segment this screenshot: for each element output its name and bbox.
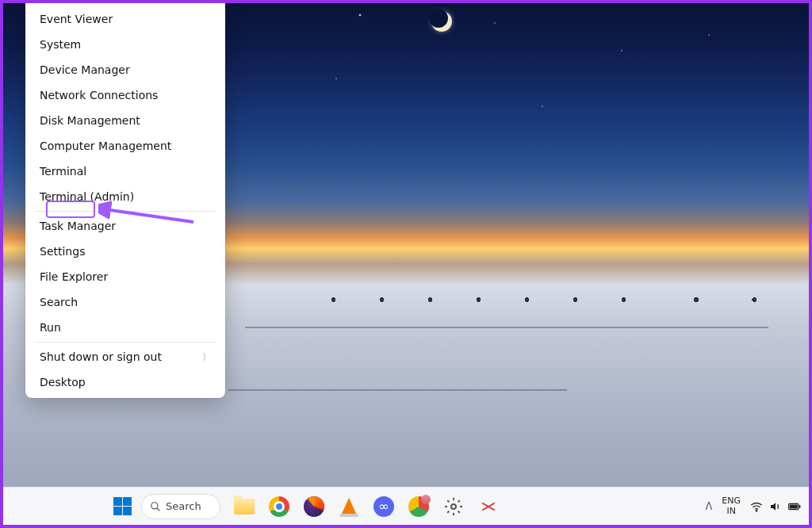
svg-point-4 — [756, 510, 756, 511]
menu-label: Terminal — [40, 165, 86, 178]
wallpaper-line-1 — [245, 327, 768, 328]
menu-separator — [35, 211, 216, 212]
menu-item-network-connections[interactable]: Network Connections — [29, 82, 222, 108]
lang-line2: IN — [722, 507, 741, 516]
menu-item-settings[interactable]: Settings — [29, 239, 222, 264]
system-tray: ᐱ ENG IN — [705, 496, 801, 515]
menu-item-task-manager[interactable]: Task Manager — [29, 213, 222, 239]
menu-label: Device Manager — [40, 63, 130, 76]
menu-item-terminal-admin[interactable]: Terminal (Admin) — [29, 184, 222, 209]
menu-item-search[interactable]: Search — [29, 289, 222, 315]
wallpaper-line-2 — [228, 389, 567, 391]
menu-label: Disk Management — [40, 114, 140, 127]
search-label: Search — [166, 500, 201, 512]
menu-label: Network Connections — [40, 89, 158, 101]
menu-label: Shut down or sign out — [40, 350, 162, 363]
wallpaper-treeline — [309, 295, 793, 304]
chevron-right-icon: 〉 — [202, 351, 211, 363]
menu-label: Settings — [40, 245, 85, 258]
gear-icon — [444, 497, 463, 516]
taskbar-firefox[interactable] — [298, 491, 330, 522]
menu-label: Task Manager — [40, 220, 116, 232]
menu-label: Terminal (Admin) — [40, 190, 134, 203]
battery-icon — [788, 500, 801, 513]
taskbar-file-explorer[interactable] — [228, 491, 260, 522]
chrome-icon — [268, 495, 290, 518]
search-icon — [150, 501, 161, 512]
menu-item-disk-management[interactable]: Disk Management — [29, 108, 222, 133]
volume-icon — [769, 500, 782, 513]
winx-context-menu: Event Viewer System Device Manager Netwo… — [25, 3, 225, 398]
lang-line1: ENG — [722, 496, 741, 506]
moon-graphic — [431, 11, 452, 32]
tray-overflow-button[interactable]: ᐱ — [705, 500, 712, 512]
menu-item-file-explorer[interactable]: File Explorer — [29, 264, 222, 289]
snipping-tool-icon — [477, 495, 500, 518]
menu-label: Computer Management — [40, 140, 171, 152]
start-button[interactable] — [106, 491, 138, 522]
taskbar: Search ∞ ᐱ ENG IN — [3, 487, 809, 525]
menu-label: Desktop — [40, 376, 86, 388]
svg-line-2 — [157, 507, 160, 511]
vlc-icon — [338, 495, 360, 518]
svg-point-1 — [151, 502, 158, 508]
taskbar-vlc[interactable] — [333, 491, 365, 522]
menu-label: File Explorer — [40, 270, 108, 283]
windows-logo-icon — [113, 497, 132, 515]
menu-label: System — [40, 38, 81, 51]
taskbar-discord[interactable]: ∞ — [368, 491, 400, 522]
menu-item-device-manager[interactable]: Device Manager — [29, 57, 222, 82]
chrome-profile-icon — [408, 495, 430, 518]
menu-item-desktop[interactable]: Desktop — [29, 369, 222, 395]
menu-label: Search — [40, 296, 78, 308]
menu-label: Run — [40, 321, 61, 334]
svg-rect-6 — [790, 504, 798, 508]
menu-item-shut-down[interactable]: Shut down or sign out〉 — [29, 344, 222, 369]
taskbar-center: Search ∞ — [106, 491, 504, 522]
discord-icon: ∞ — [373, 495, 395, 518]
taskbar-settings[interactable] — [438, 491, 469, 522]
menu-item-run[interactable]: Run — [29, 315, 222, 340]
wifi-icon — [750, 500, 763, 513]
file-explorer-icon — [233, 495, 255, 518]
taskbar-chrome-profile[interactable] — [403, 491, 435, 522]
svg-rect-7 — [799, 505, 801, 508]
firefox-icon — [303, 495, 325, 518]
svg-point-3 — [451, 504, 456, 509]
menu-label: Event Viewer — [40, 13, 113, 25]
language-indicator[interactable]: ENG IN — [722, 496, 741, 515]
tray-status-icons[interactable] — [750, 500, 801, 513]
menu-item-terminal[interactable]: Terminal — [29, 159, 222, 184]
taskbar-snipping-tool[interactable] — [473, 491, 504, 522]
menu-item-computer-management[interactable]: Computer Management — [29, 133, 222, 159]
menu-item-system[interactable]: System — [29, 32, 222, 57]
menu-separator — [35, 342, 216, 342]
taskbar-chrome[interactable] — [263, 491, 295, 522]
menu-item-event-viewer[interactable]: Event Viewer — [29, 6, 222, 32]
taskbar-search[interactable]: Search — [141, 494, 220, 519]
